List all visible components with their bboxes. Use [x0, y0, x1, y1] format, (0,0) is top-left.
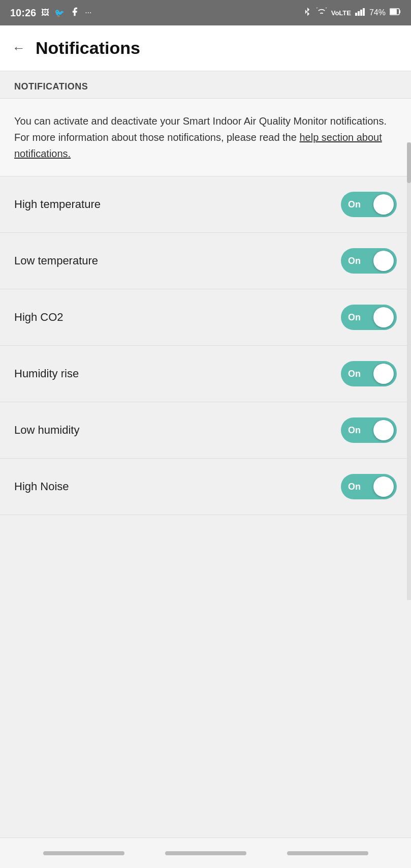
toggle-knob-high-co2: [373, 307, 394, 327]
status-bar: 10:26 🖼 🐦 ··· VoLTE 74%: [0, 0, 411, 25]
status-right: VoLTE 74%: [303, 7, 401, 18]
notification-row-high-noise: High Noise On: [0, 459, 411, 515]
battery-text: 74%: [369, 8, 386, 17]
battery-icon: [390, 8, 401, 17]
help-link[interactable]: help section about notifications.: [14, 132, 382, 159]
notification-label-high-temperature: High temperature: [14, 198, 101, 211]
info-text: You can activate and deactivate your Sma…: [14, 115, 387, 159]
notification-row-low-humidity: Low humidity On: [0, 402, 411, 459]
svg-rect-2: [360, 10, 362, 16]
bottom-pill-right: [287, 851, 368, 855]
twitter-icon: 🐦: [54, 8, 65, 18]
notification-list: High temperature On Low temperature On H…: [0, 176, 411, 515]
notification-row-high-temperature: High temperature On: [0, 176, 411, 233]
svg-rect-0: [355, 13, 357, 16]
toggle-high-noise[interactable]: On: [341, 474, 397, 499]
toggle-label-humidity-rise: On: [348, 369, 361, 379]
info-box: You can activate and deactivate your Sma…: [0, 98, 411, 176]
back-button[interactable]: ←: [12, 40, 25, 56]
toggle-label-low-humidity: On: [348, 425, 361, 436]
scrollbar-track[interactable]: [407, 142, 411, 600]
toggle-label-low-temperature: On: [348, 256, 361, 266]
svg-rect-5: [390, 9, 397, 14]
svg-rect-6: [399, 10, 400, 13]
bottom-pill-left: [43, 851, 124, 855]
toggle-humidity-rise[interactable]: On: [341, 361, 397, 386]
facebook-icon: [70, 7, 80, 19]
wifi-icon: [316, 8, 327, 18]
notification-row-low-temperature: Low temperature On: [0, 233, 411, 289]
toggle-knob-high-temperature: [373, 194, 394, 215]
bottom-pill-center: [165, 851, 246, 855]
toggle-label-high-temperature: On: [348, 199, 361, 210]
notification-label-low-temperature: Low temperature: [14, 254, 98, 267]
notification-label-high-co2: High CO2: [14, 311, 64, 324]
toggle-high-temperature[interactable]: On: [341, 192, 397, 217]
scrollbar-thumb[interactable]: [407, 142, 411, 183]
status-left: 10:26 🖼 🐦 ···: [10, 7, 92, 19]
svg-rect-3: [363, 8, 365, 16]
toggle-high-co2[interactable]: On: [341, 305, 397, 330]
more-icon: ···: [85, 8, 91, 17]
notification-label-humidity-rise: Humidity rise: [14, 367, 79, 380]
notification-row-humidity-rise: Humidity rise On: [0, 346, 411, 402]
notification-row-high-co2: High CO2 On: [0, 289, 411, 346]
signal-icon: VoLTE: [331, 9, 351, 17]
section-label: NOTIFICATIONS: [0, 71, 411, 98]
status-time: 10:26: [10, 7, 36, 19]
svg-rect-1: [358, 11, 360, 16]
main-content: NOTIFICATIONS You can activate and deact…: [0, 71, 411, 515]
bluetooth-icon: [303, 7, 312, 18]
header: ← Notifications: [0, 25, 411, 71]
toggle-knob-humidity-rise: [373, 364, 394, 384]
toggle-low-humidity[interactable]: On: [341, 417, 397, 443]
toggle-low-temperature[interactable]: On: [341, 248, 397, 274]
photo-icon: 🖼: [41, 8, 49, 17]
toggle-knob-high-noise: [373, 476, 394, 497]
toggle-knob-low-temperature: [373, 251, 394, 271]
toggle-label-high-co2: On: [348, 312, 361, 323]
signal-bars-icon: [355, 8, 365, 18]
toggle-knob-low-humidity: [373, 420, 394, 440]
notification-label-low-humidity: Low humidity: [14, 424, 79, 437]
notification-label-high-noise: High Noise: [14, 480, 69, 493]
bottom-bar: [0, 837, 411, 868]
toggle-label-high-noise: On: [348, 482, 361, 492]
page-title: Notifications: [36, 38, 140, 58]
